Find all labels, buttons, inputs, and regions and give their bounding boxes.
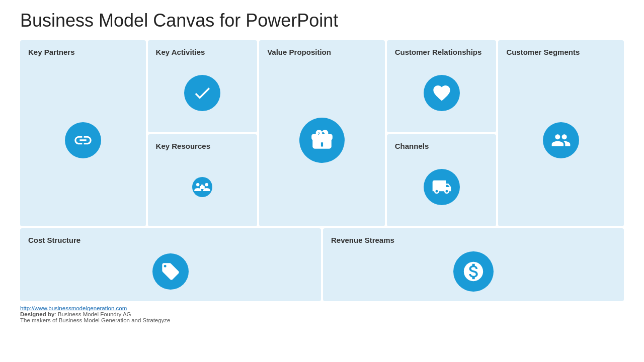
cost-structure-cell: Cost Structure [20,228,321,301]
canvas-grid: Key Partners Key Activities [20,40,624,301]
channels-icon-wrap [395,155,489,220]
tag-icon [160,261,181,282]
customer-relationships-cell: Customer Relationships [387,40,497,132]
revenue-streams-cell: Revenue Streams [323,228,624,301]
footer-makers: The makers of Business Model Generation … [20,317,171,323]
svg-point-1 [196,183,199,186]
channels-title: Channels [395,141,429,151]
revenue-streams-title: Revenue Streams [331,235,394,245]
money-icon [462,260,485,283]
customer-relationships-icon-wrap [395,61,489,126]
bottom-row: Cost Structure Revenue Streams [20,228,624,301]
customer-rel-channels-column: Customer Relationships Channels [387,40,497,226]
svg-rect-4 [201,185,204,187]
cost-structure-icon-wrap [28,249,313,295]
key-resources-title: Key Resources [156,141,210,151]
customer-relationships-title: Customer Relationships [395,47,482,57]
key-partners-icon-circle [65,122,101,158]
revenue-streams-icon-circle [453,251,494,292]
heart-icon [432,83,452,103]
factory-alt-icon [192,177,212,197]
key-activities-icon-circle [184,75,220,111]
key-resources-icon-circle [184,169,220,205]
key-resources-icon-wrap [156,155,250,220]
key-partners-cell: Key Partners [20,40,146,226]
customer-segments-icon-wrap [506,61,616,220]
key-activities-cell: Key Activities [148,40,258,132]
page-title: Business Model Canvas for PowerPoint [20,10,624,31]
key-activities-title: Key Activities [156,47,205,57]
activities-resources-column: Key Activities Key Resources [148,40,258,226]
channels-cell: Channels [387,134,497,226]
cost-structure-title: Cost Structure [28,235,80,245]
footer: http://www.businessmodelgeneration.com D… [20,305,624,323]
key-activities-icon-wrap [156,61,250,126]
svg-point-2 [205,183,208,186]
value-proposition-title: Value Proposition [267,47,331,57]
footer-url[interactable]: http://www.businessmodelgeneration.com [20,305,127,311]
gift-icon [309,128,335,153]
footer-designed: Designed by: Business Model Foundry AG [20,311,131,317]
cost-structure-icon-circle [152,253,189,290]
key-partners-icon-wrap [28,61,138,220]
key-resources-cell: Key Resources [148,134,258,226]
customer-segments-icon-circle [543,122,579,158]
value-proposition-cell: Value Proposition [259,40,385,226]
footer-designed-by: Business Model Foundry AG [58,311,131,317]
key-partners-title: Key Partners [28,47,75,57]
check-icon [192,83,212,103]
value-proposition-icon-circle [299,118,345,163]
top-row: Key Partners Key Activities [20,40,624,226]
truck-icon [432,177,452,197]
link-icon [73,130,93,150]
value-proposition-icon-wrap [267,61,377,220]
revenue-streams-icon-wrap [331,249,616,295]
footer-designed-label: Designed by [20,311,54,317]
people-icon [551,130,571,150]
customer-segments-title: Customer Segments [506,47,580,57]
channels-icon-circle [424,169,460,205]
customer-segments-cell: Customer Segments [498,40,624,226]
customer-relationships-icon-circle [424,75,460,111]
